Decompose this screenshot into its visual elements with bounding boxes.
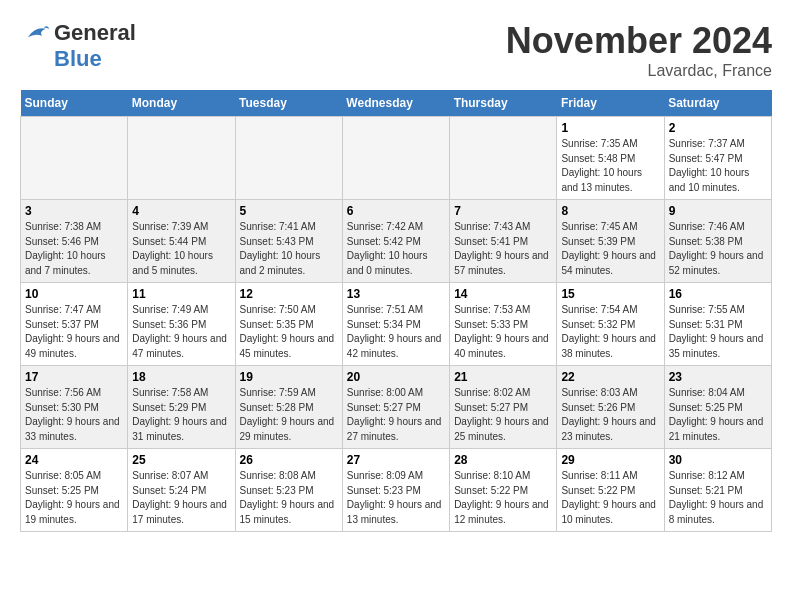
month-title: November 2024 — [506, 20, 772, 62]
calendar-day-cell: 14Sunrise: 7:53 AM Sunset: 5:33 PM Dayli… — [450, 283, 557, 366]
day-number: 21 — [454, 370, 552, 384]
calendar-day-cell: 26Sunrise: 8:08 AM Sunset: 5:23 PM Dayli… — [235, 449, 342, 532]
day-number: 27 — [347, 453, 445, 467]
calendar-day-cell: 23Sunrise: 8:04 AM Sunset: 5:25 PM Dayli… — [664, 366, 771, 449]
weekday-header-thursday: Thursday — [450, 90, 557, 117]
calendar-table: SundayMondayTuesdayWednesdayThursdayFrid… — [20, 90, 772, 532]
day-number: 13 — [347, 287, 445, 301]
calendar-day-cell: 15Sunrise: 7:54 AM Sunset: 5:32 PM Dayli… — [557, 283, 664, 366]
calendar-day-cell: 5Sunrise: 7:41 AM Sunset: 5:43 PM Daylig… — [235, 200, 342, 283]
day-number: 4 — [132, 204, 230, 218]
calendar-day-cell: 19Sunrise: 7:59 AM Sunset: 5:28 PM Dayli… — [235, 366, 342, 449]
calendar-day-cell: 18Sunrise: 7:58 AM Sunset: 5:29 PM Dayli… — [128, 366, 235, 449]
day-number: 22 — [561, 370, 659, 384]
day-info: Sunrise: 8:09 AM Sunset: 5:23 PM Dayligh… — [347, 469, 445, 527]
weekday-header-friday: Friday — [557, 90, 664, 117]
calendar-week-row: 10Sunrise: 7:47 AM Sunset: 5:37 PM Dayli… — [21, 283, 772, 366]
calendar-day-cell: 10Sunrise: 7:47 AM Sunset: 5:37 PM Dayli… — [21, 283, 128, 366]
weekday-header-tuesday: Tuesday — [235, 90, 342, 117]
day-info: Sunrise: 7:56 AM Sunset: 5:30 PM Dayligh… — [25, 386, 123, 444]
weekday-header-saturday: Saturday — [664, 90, 771, 117]
weekday-header-wednesday: Wednesday — [342, 90, 449, 117]
day-number: 3 — [25, 204, 123, 218]
calendar-day-cell: 21Sunrise: 8:02 AM Sunset: 5:27 PM Dayli… — [450, 366, 557, 449]
day-info: Sunrise: 7:35 AM Sunset: 5:48 PM Dayligh… — [561, 137, 659, 195]
calendar-day-cell: 30Sunrise: 8:12 AM Sunset: 5:21 PM Dayli… — [664, 449, 771, 532]
calendar-day-cell: 11Sunrise: 7:49 AM Sunset: 5:36 PM Dayli… — [128, 283, 235, 366]
calendar-day-cell: 7Sunrise: 7:43 AM Sunset: 5:41 PM Daylig… — [450, 200, 557, 283]
calendar-day-cell — [21, 117, 128, 200]
day-info: Sunrise: 7:58 AM Sunset: 5:29 PM Dayligh… — [132, 386, 230, 444]
day-number: 19 — [240, 370, 338, 384]
calendar-day-cell: 24Sunrise: 8:05 AM Sunset: 5:25 PM Dayli… — [21, 449, 128, 532]
logo: General Blue — [20, 20, 136, 72]
logo-bird-icon — [20, 23, 50, 43]
day-number: 17 — [25, 370, 123, 384]
day-number: 29 — [561, 453, 659, 467]
day-info: Sunrise: 8:04 AM Sunset: 5:25 PM Dayligh… — [669, 386, 767, 444]
day-info: Sunrise: 7:43 AM Sunset: 5:41 PM Dayligh… — [454, 220, 552, 278]
location: Lavardac, France — [506, 62, 772, 80]
day-number: 7 — [454, 204, 552, 218]
day-info: Sunrise: 7:42 AM Sunset: 5:42 PM Dayligh… — [347, 220, 445, 278]
calendar-day-cell: 8Sunrise: 7:45 AM Sunset: 5:39 PM Daylig… — [557, 200, 664, 283]
calendar-day-cell: 1Sunrise: 7:35 AM Sunset: 5:48 PM Daylig… — [557, 117, 664, 200]
day-number: 20 — [347, 370, 445, 384]
day-info: Sunrise: 8:07 AM Sunset: 5:24 PM Dayligh… — [132, 469, 230, 527]
day-info: Sunrise: 8:05 AM Sunset: 5:25 PM Dayligh… — [25, 469, 123, 527]
logo-general: General — [54, 20, 136, 46]
calendar-day-cell: 25Sunrise: 8:07 AM Sunset: 5:24 PM Dayli… — [128, 449, 235, 532]
day-info: Sunrise: 7:47 AM Sunset: 5:37 PM Dayligh… — [25, 303, 123, 361]
day-info: Sunrise: 8:02 AM Sunset: 5:27 PM Dayligh… — [454, 386, 552, 444]
day-number: 25 — [132, 453, 230, 467]
calendar-day-cell — [128, 117, 235, 200]
calendar-day-cell — [235, 117, 342, 200]
page-header: General Blue November 2024 Lavardac, Fra… — [20, 20, 772, 80]
day-number: 16 — [669, 287, 767, 301]
day-info: Sunrise: 7:38 AM Sunset: 5:46 PM Dayligh… — [25, 220, 123, 278]
day-number: 14 — [454, 287, 552, 301]
calendar-day-cell: 12Sunrise: 7:50 AM Sunset: 5:35 PM Dayli… — [235, 283, 342, 366]
day-number: 9 — [669, 204, 767, 218]
day-number: 8 — [561, 204, 659, 218]
day-number: 2 — [669, 121, 767, 135]
weekday-header-sunday: Sunday — [21, 90, 128, 117]
calendar-day-cell: 16Sunrise: 7:55 AM Sunset: 5:31 PM Dayli… — [664, 283, 771, 366]
day-info: Sunrise: 7:49 AM Sunset: 5:36 PM Dayligh… — [132, 303, 230, 361]
day-info: Sunrise: 8:00 AM Sunset: 5:27 PM Dayligh… — [347, 386, 445, 444]
calendar-day-cell: 22Sunrise: 8:03 AM Sunset: 5:26 PM Dayli… — [557, 366, 664, 449]
day-info: Sunrise: 8:03 AM Sunset: 5:26 PM Dayligh… — [561, 386, 659, 444]
day-number: 30 — [669, 453, 767, 467]
day-info: Sunrise: 7:37 AM Sunset: 5:47 PM Dayligh… — [669, 137, 767, 195]
day-number: 11 — [132, 287, 230, 301]
day-info: Sunrise: 8:11 AM Sunset: 5:22 PM Dayligh… — [561, 469, 659, 527]
day-info: Sunrise: 7:59 AM Sunset: 5:28 PM Dayligh… — [240, 386, 338, 444]
day-number: 23 — [669, 370, 767, 384]
calendar-day-cell: 3Sunrise: 7:38 AM Sunset: 5:46 PM Daylig… — [21, 200, 128, 283]
day-info: Sunrise: 7:53 AM Sunset: 5:33 PM Dayligh… — [454, 303, 552, 361]
calendar-week-row: 17Sunrise: 7:56 AM Sunset: 5:30 PM Dayli… — [21, 366, 772, 449]
calendar-day-cell — [342, 117, 449, 200]
weekday-header-row: SundayMondayTuesdayWednesdayThursdayFrid… — [21, 90, 772, 117]
calendar-day-cell: 20Sunrise: 8:00 AM Sunset: 5:27 PM Dayli… — [342, 366, 449, 449]
calendar-day-cell — [450, 117, 557, 200]
day-info: Sunrise: 7:46 AM Sunset: 5:38 PM Dayligh… — [669, 220, 767, 278]
day-number: 1 — [561, 121, 659, 135]
day-number: 26 — [240, 453, 338, 467]
day-number: 10 — [25, 287, 123, 301]
day-info: Sunrise: 7:41 AM Sunset: 5:43 PM Dayligh… — [240, 220, 338, 278]
calendar-day-cell: 6Sunrise: 7:42 AM Sunset: 5:42 PM Daylig… — [342, 200, 449, 283]
day-info: Sunrise: 7:39 AM Sunset: 5:44 PM Dayligh… — [132, 220, 230, 278]
day-info: Sunrise: 8:10 AM Sunset: 5:22 PM Dayligh… — [454, 469, 552, 527]
calendar-week-row: 24Sunrise: 8:05 AM Sunset: 5:25 PM Dayli… — [21, 449, 772, 532]
calendar-week-row: 1Sunrise: 7:35 AM Sunset: 5:48 PM Daylig… — [21, 117, 772, 200]
calendar-day-cell: 28Sunrise: 8:10 AM Sunset: 5:22 PM Dayli… — [450, 449, 557, 532]
day-info: Sunrise: 7:45 AM Sunset: 5:39 PM Dayligh… — [561, 220, 659, 278]
calendar-day-cell: 4Sunrise: 7:39 AM Sunset: 5:44 PM Daylig… — [128, 200, 235, 283]
day-number: 24 — [25, 453, 123, 467]
calendar-day-cell: 2Sunrise: 7:37 AM Sunset: 5:47 PM Daylig… — [664, 117, 771, 200]
title-area: November 2024 Lavardac, France — [506, 20, 772, 80]
day-info: Sunrise: 8:12 AM Sunset: 5:21 PM Dayligh… — [669, 469, 767, 527]
calendar-day-cell: 13Sunrise: 7:51 AM Sunset: 5:34 PM Dayli… — [342, 283, 449, 366]
day-number: 6 — [347, 204, 445, 218]
